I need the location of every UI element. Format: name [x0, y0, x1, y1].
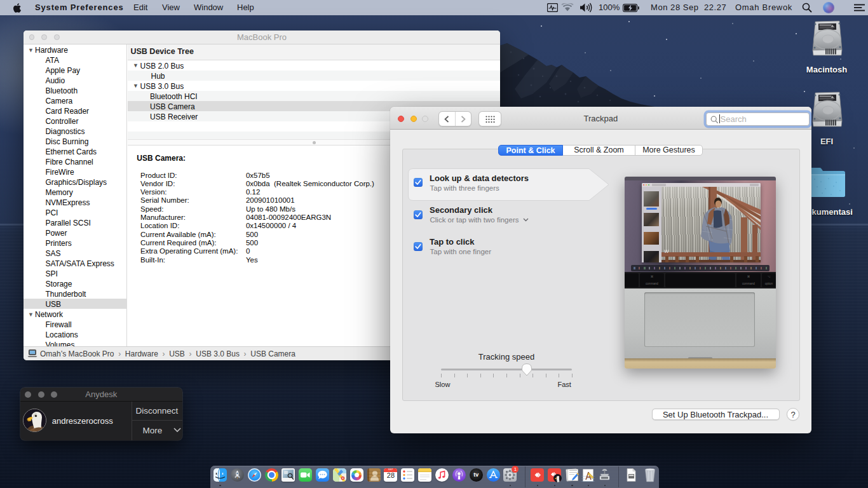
svg-text:W: W — [664, 248, 669, 254]
